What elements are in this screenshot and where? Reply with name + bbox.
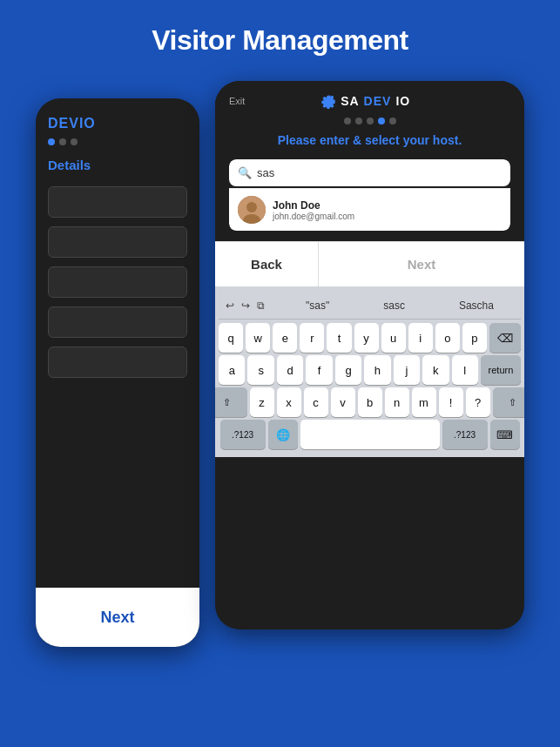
key-l[interactable]: l bbox=[452, 355, 478, 385]
left-input-5[interactable] bbox=[48, 347, 187, 378]
key-h[interactable]: h bbox=[364, 355, 390, 385]
redo-icon[interactable]: ↪ bbox=[241, 299, 250, 312]
search-input-value: sas bbox=[257, 166, 502, 179]
left-dot-1 bbox=[48, 138, 55, 145]
left-brand: DEVIO bbox=[48, 116, 187, 131]
avatar-image bbox=[238, 196, 266, 224]
left-input-1[interactable] bbox=[48, 186, 187, 218]
result-email: john.doe@gmail.com bbox=[273, 212, 354, 221]
suggestion-items: "sas" sasc Sascha bbox=[279, 298, 521, 313]
brand-icon bbox=[320, 93, 336, 109]
left-input-4[interactable] bbox=[48, 306, 187, 338]
result-name: John Doe bbox=[273, 199, 354, 212]
key-exclamation[interactable]: ! bbox=[439, 387, 463, 417]
undo-icon[interactable]: ↩ bbox=[226, 299, 234, 312]
key-keyboard[interactable]: ⌨ bbox=[490, 420, 520, 449]
right-dots bbox=[229, 118, 510, 124]
key-z[interactable]: z bbox=[250, 387, 274, 417]
key-o[interactable]: o bbox=[435, 323, 460, 353]
keyboard-row-1: q w e r t y u i o p ⌫ bbox=[219, 323, 521, 353]
left-phone: DEVIO Details Next bbox=[36, 98, 199, 647]
left-brand-accent: DEV bbox=[48, 116, 79, 131]
key-shift-right[interactable]: ⇧ bbox=[493, 387, 525, 417]
right-dot-4 bbox=[378, 118, 385, 124]
key-i[interactable]: i bbox=[408, 323, 433, 353]
key-space[interactable] bbox=[300, 420, 440, 449]
left-dot-3 bbox=[71, 138, 78, 145]
paste-icon[interactable]: ⧉ bbox=[257, 299, 265, 312]
keyboard-row-2: a s d f g h j k l return bbox=[219, 355, 521, 385]
phones-container: DEVIO Details Next Exit bbox=[0, 81, 560, 647]
left-dots bbox=[48, 138, 187, 145]
key-x[interactable]: x bbox=[277, 387, 301, 417]
left-input-3[interactable] bbox=[48, 266, 187, 298]
right-phone: Exit SADEVIO Please enter & se bbox=[215, 81, 524, 629]
key-m[interactable]: m bbox=[412, 387, 436, 417]
right-brand: SADEVIO bbox=[320, 93, 410, 109]
left-next-button[interactable]: Next bbox=[100, 609, 134, 627]
avatar bbox=[238, 196, 266, 224]
right-dot-1 bbox=[344, 118, 351, 124]
key-v[interactable]: v bbox=[331, 387, 355, 417]
key-d[interactable]: d bbox=[277, 355, 303, 385]
right-prompt: Please enter & select your host. bbox=[229, 133, 510, 147]
key-j[interactable]: j bbox=[394, 355, 420, 385]
suggestion-2[interactable]: sasc bbox=[376, 298, 412, 313]
key-k[interactable]: k bbox=[422, 355, 449, 385]
key-globe[interactable]: 🌐 bbox=[268, 420, 298, 449]
right-brand-dev: DEV bbox=[364, 94, 392, 108]
key-question[interactable]: ? bbox=[466, 387, 490, 417]
key-r[interactable]: r bbox=[300, 323, 324, 353]
key-b[interactable]: b bbox=[358, 387, 382, 417]
result-info: John Doe john.doe@gmail.com bbox=[273, 199, 354, 221]
right-brand-suffix: IO bbox=[395, 94, 410, 108]
suggestion-1[interactable]: "sas" bbox=[299, 298, 336, 313]
undo-redo-area: ↩ ↪ ⧉ bbox=[219, 299, 279, 312]
right-next-button[interactable]: Next bbox=[319, 242, 524, 286]
left-dot-2 bbox=[59, 138, 66, 145]
key-n[interactable]: n bbox=[385, 387, 409, 417]
key-s[interactable]: s bbox=[247, 355, 273, 385]
keyboard-row-4: .?123 🌐 .?123 ⌨ bbox=[219, 420, 521, 449]
key-shift[interactable]: ⇧ bbox=[215, 387, 247, 417]
right-header: Exit SADEVIO bbox=[229, 93, 510, 109]
left-section-title: Details bbox=[48, 158, 187, 172]
back-next-bar: Back Next bbox=[215, 241, 524, 286]
svg-point-1 bbox=[246, 202, 257, 212]
right-brand-prefix: SA bbox=[341, 94, 359, 108]
keyboard-row-3: ⇧ z x c v b n m ! ? ⇧ bbox=[219, 387, 521, 417]
key-g[interactable]: g bbox=[335, 355, 361, 385]
key-e[interactable]: e bbox=[273, 323, 297, 353]
key-f[interactable]: f bbox=[306, 355, 332, 385]
key-a[interactable]: a bbox=[219, 355, 245, 385]
key-numbers-left[interactable]: .?123 bbox=[220, 420, 266, 449]
left-input-2[interactable] bbox=[48, 226, 187, 258]
search-icon: 🔍 bbox=[238, 166, 252, 179]
key-y[interactable]: y bbox=[354, 323, 379, 353]
left-next-bar: Next bbox=[36, 588, 199, 647]
key-c[interactable]: c bbox=[304, 387, 328, 417]
page-title: Visitor Management bbox=[0, 0, 560, 72]
keyboard-suggestions: ↩ ↪ ⧉ "sas" sasc Sascha bbox=[219, 292, 521, 320]
key-return[interactable]: return bbox=[481, 355, 521, 385]
exit-button[interactable]: Exit bbox=[229, 96, 245, 106]
back-button[interactable]: Back bbox=[215, 242, 319, 286]
search-box[interactable]: 🔍 sas bbox=[229, 159, 510, 186]
right-dot-5 bbox=[389, 118, 396, 124]
key-q[interactable]: q bbox=[219, 323, 243, 353]
key-w[interactable]: w bbox=[246, 323, 270, 353]
key-p[interactable]: p bbox=[462, 323, 487, 353]
right-dot-2 bbox=[355, 118, 362, 124]
suggestion-3[interactable]: Sascha bbox=[452, 298, 501, 313]
right-dot-3 bbox=[367, 118, 374, 124]
keyboard: ↩ ↪ ⧉ "sas" sasc Sascha q w e r t y u bbox=[215, 286, 524, 457]
key-backspace[interactable]: ⌫ bbox=[489, 323, 521, 353]
key-t[interactable]: t bbox=[327, 323, 351, 353]
result-item[interactable]: John Doe john.doe@gmail.com bbox=[229, 188, 510, 231]
key-u[interactable]: u bbox=[381, 323, 406, 353]
key-numbers-right[interactable]: .?123 bbox=[442, 420, 488, 449]
